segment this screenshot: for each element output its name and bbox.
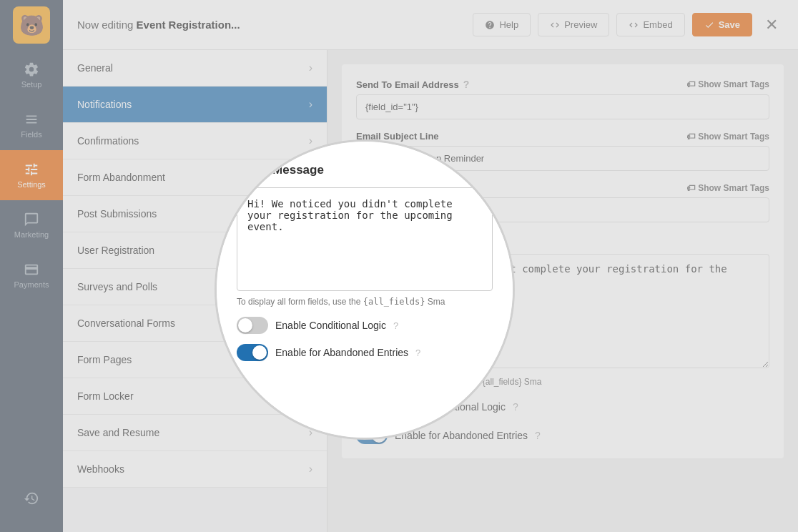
marketing-label: Marketing bbox=[14, 230, 49, 239]
sidebar-item-history[interactable] bbox=[0, 473, 63, 523]
sp-abandoned-help-icon[interactable]: ? bbox=[415, 348, 420, 358]
sidebar-item-marketing[interactable]: Marketing bbox=[0, 200, 63, 250]
chevron-right-icon: › bbox=[309, 61, 312, 74]
payments-icon bbox=[24, 262, 39, 277]
history-icon bbox=[24, 491, 39, 506]
menu-item-general[interactable]: General › bbox=[63, 50, 327, 87]
chevron-right-icon: › bbox=[309, 98, 312, 111]
sp-conditional-logic-toggle[interactable] bbox=[237, 317, 268, 334]
sp-email-textarea[interactable]: Hi! We noticed you didn't complete your … bbox=[237, 187, 493, 291]
close-button[interactable]: ✕ bbox=[759, 13, 784, 37]
settings-label: Settings bbox=[17, 180, 46, 189]
sidebar: 🐻 Setup Fields Settings Marketing bbox=[0, 0, 63, 532]
sp-abandoned-entries-label: Enable for Abandoned Entries bbox=[275, 347, 408, 358]
fields-label: Fields bbox=[21, 130, 41, 139]
menu-item-webhooks[interactable]: Webhooks › bbox=[63, 451, 327, 488]
save-button[interactable]: Save bbox=[692, 13, 752, 36]
send-to-email-group: Send To Email Address ? 🏷 Show Smart Tag… bbox=[356, 79, 769, 119]
conditional-logic-help-icon[interactable]: ? bbox=[513, 401, 518, 413]
help-circle-icon[interactable]: ? bbox=[463, 79, 470, 90]
sp-abandoned-entries-row: Enable for Abandoned Entries ? bbox=[237, 344, 493, 361]
sp-conditional-logic-row: Enable Conditional Logic ? bbox=[237, 317, 493, 334]
embed-icon bbox=[629, 20, 639, 30]
preview-button[interactable]: Preview bbox=[538, 13, 609, 36]
embed-button[interactable]: Embed bbox=[616, 13, 684, 36]
settings-icon bbox=[24, 162, 39, 177]
sp-conditional-help-icon[interactable]: ? bbox=[393, 320, 398, 331]
send-to-email-label: Send To Email Address ? 🏷 Show Smart Tag… bbox=[356, 79, 769, 90]
spotlight-inner: Email Message Hi! We noticed you didn't … bbox=[217, 142, 513, 438]
setup-label: Setup bbox=[21, 80, 42, 89]
header-bar: Now editing Event Registration... Help P… bbox=[63, 0, 798, 50]
header-title: Now editing Event Registration... bbox=[77, 19, 466, 31]
logo-bear-icon: 🐻 bbox=[13, 6, 50, 44]
preview-icon bbox=[550, 20, 560, 30]
payments-label: Payments bbox=[14, 280, 49, 289]
gear-icon bbox=[24, 61, 39, 77]
abandoned-entries-help-icon[interactable]: ? bbox=[535, 430, 541, 441]
from-name-smart-tags-link[interactable]: 🏷 Show Smart Tags bbox=[686, 183, 769, 193]
marketing-icon bbox=[24, 212, 39, 227]
sp-email-message-title: Email Message bbox=[237, 163, 493, 177]
save-check-icon bbox=[704, 20, 714, 30]
sp-abandoned-entries-toggle[interactable] bbox=[237, 344, 268, 361]
help-icon bbox=[485, 20, 495, 30]
sidebar-item-fields[interactable]: Fields bbox=[0, 100, 63, 150]
sp-helper-text: To display all form fields, use the {all… bbox=[237, 297, 493, 307]
sidebar-item-setup[interactable]: Setup bbox=[0, 50, 63, 100]
subject-smart-tags-link[interactable]: 🏷 Show Smart Tags bbox=[686, 132, 769, 142]
spotlight-overlay: Email Message Hi! We noticed you didn't … bbox=[215, 139, 515, 440]
sidebar-item-payments[interactable]: Payments bbox=[0, 250, 63, 300]
sidebar-item-settings[interactable]: Settings bbox=[0, 150, 63, 200]
email-subject-label: Email Subject Line 🏷 Show Smart Tags bbox=[356, 131, 769, 142]
sp-conditional-logic-label: Enable Conditional Logic bbox=[275, 320, 386, 331]
send-to-smart-tags-link[interactable]: 🏷 Show Smart Tags bbox=[686, 79, 769, 89]
send-to-email-input[interactable] bbox=[356, 94, 769, 119]
spotlight-content: Email Message Hi! We noticed you didn't … bbox=[217, 142, 513, 438]
app-logo: 🐻 bbox=[0, 0, 63, 50]
menu-item-notifications[interactable]: Notifications › bbox=[63, 87, 327, 123]
help-button[interactable]: Help bbox=[473, 13, 531, 36]
chevron-right-icon: › bbox=[309, 463, 312, 476]
fields-icon bbox=[24, 112, 39, 127]
